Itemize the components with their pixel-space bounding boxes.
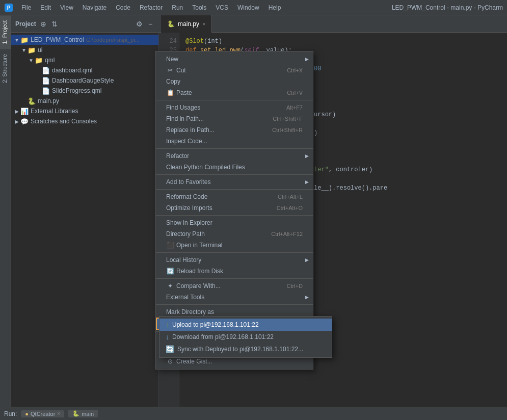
root-path: G:\codepro\raspi_pi... — [86, 37, 140, 43]
menu-run[interactable]: Run — [168, 3, 187, 12]
ctx-paste-shortcut: Ctrl+V — [287, 90, 303, 96]
tree-item-dashboard[interactable]: 📄 dashboard.qml — [11, 65, 158, 75]
run-tab-main[interactable]: 🐍 main — [68, 410, 98, 417]
sep-7 — [156, 278, 313, 279]
ctx-terminal[interactable]: ⬛Open in Terminal — [156, 240, 313, 251]
ctx-compare[interactable]: ✦Compare With... Ctrl+D — [156, 280, 313, 292]
tree-item-slide[interactable]: 📄 SlideProgress.qml — [11, 86, 158, 96]
ctx-reformat-shortcut: Ctrl+Alt+L — [278, 194, 303, 200]
ctx-new-label: New — [166, 56, 178, 63]
tree-item-mainpy[interactable]: 🐍 main.py — [11, 96, 158, 106]
submenu-download[interactable]: ↓ Download from pi@192.168.1.101:22 — [159, 331, 332, 343]
tree-label-gauge: DashboardGaugeStyle — [52, 77, 114, 84]
ctx-find-usages-shortcut: Alt+F7 — [286, 104, 303, 111]
ctx-favorites[interactable]: Add to Favorites — [156, 176, 313, 188]
menu-tools[interactable]: Tools — [188, 3, 210, 12]
qtcreator-close[interactable]: × — [57, 411, 60, 416]
ctx-paste[interactable]: 📋Paste Ctrl+V — [156, 87, 313, 98]
menu-code[interactable]: Code — [112, 3, 135, 12]
menu-view[interactable]: View — [56, 3, 77, 12]
tree-item-extlib[interactable]: ▶ 📊 External Libraries — [11, 106, 158, 116]
ctx-refactor[interactable]: Refactor — [156, 150, 313, 162]
tree-label-ui: ui — [38, 46, 42, 54]
ctx-ext-tools[interactable]: External Tools — [156, 292, 313, 303]
tab-mainpy[interactable]: 🐍 main.py × — [161, 15, 212, 33]
ctx-replace-path[interactable]: Replace in Path... Ctrl+Shift+R — [156, 124, 313, 136]
deployment-submenu: ↑ Upload to pi@192.168.1.101:22 ↓ Downlo… — [159, 316, 332, 358]
ctx-compare-label: Compare With... — [176, 282, 221, 290]
ctx-dir-path-label: Directory Path — [166, 230, 205, 238]
ctx-reformat[interactable]: Reformat Code Ctrl+Alt+L — [156, 191, 313, 202]
sep-1 — [156, 100, 313, 100]
root-label: LED_PWM_Control — [31, 36, 84, 43]
project-label: Project — [15, 20, 36, 28]
run-tab-qtcreator[interactable]: ● QtCreator × — [21, 410, 64, 417]
ctx-find-usages[interactable]: Find Usages Alt+F7 — [156, 102, 313, 113]
ctx-optimize[interactable]: Optimize Imports Ctrl+Alt+O — [156, 202, 313, 214]
ctx-reformat-label: Reformat Code — [166, 193, 207, 200]
tree-label-dashboard: dashboard.qml — [52, 67, 92, 74]
tree-label-scratches: Scratches and Consoles — [31, 118, 97, 125]
ctx-new[interactable]: New — [156, 54, 313, 65]
ctx-reload[interactable]: 🔄Reload from Disk — [156, 266, 313, 277]
menu-bar: File Edit View Navigate Code Refactor Ru… — [17, 3, 392, 12]
tree-item-ui[interactable]: ▼ 📁 ui — [11, 45, 158, 55]
submenu-sync-label: Sync with Deployed to pi@192.168.1.101:2… — [177, 346, 303, 353]
ctx-inspect-label: Inspect Code... — [166, 138, 207, 145]
ctx-local-history-label: Local History — [166, 256, 201, 264]
ctx-show-explorer-label: Show in Explorer — [166, 219, 212, 226]
settings-icon[interactable]: ⚙ — [135, 20, 143, 28]
ctx-reload-label: Reload from Disk — [176, 268, 223, 275]
tree-label-slide: SlideProgress.qml — [52, 87, 101, 94]
ctx-find-usages-label: Find Usages — [166, 104, 200, 111]
menu-edit[interactable]: Edit — [36, 3, 55, 12]
ln-24: 24 — [161, 37, 177, 46]
tab-close-btn[interactable]: × — [202, 21, 205, 27]
ctx-clean[interactable]: Clean Python Compiled Files — [156, 162, 313, 173]
ctx-optimize-shortcut: Ctrl+Alt+O — [277, 205, 303, 211]
ctx-copy[interactable]: Copy — [156, 76, 313, 87]
ctx-mark-dir-label: Mark Directory as — [166, 308, 214, 316]
scope-icon[interactable]: ⊕ — [39, 20, 47, 28]
title-bar: P File Edit View Navigate Code Refactor … — [0, 0, 507, 15]
layout-icon[interactable]: ⇅ — [50, 20, 59, 28]
ctx-cut-label: Cut — [176, 67, 186, 74]
sep-4 — [156, 189, 313, 190]
tab-icon: 🐍 — [167, 20, 175, 28]
ctx-find-path[interactable]: Find in Path... Ctrl+Shift+F — [156, 113, 313, 124]
tree-item-gauge[interactable]: 📄 DashboardGaugeStyle — [11, 75, 158, 86]
side-tab-project[interactable]: 1: Project — [0, 15, 11, 49]
tree-item-qml[interactable]: ▼ 📁 qml — [11, 55, 158, 65]
project-panel: Project ⊕ ⇅ ⚙ − ▼ 📁 LED_PWM_Control G:\c… — [11, 15, 159, 420]
tree-label-extlib: External Libraries — [31, 108, 78, 115]
ctx-dir-path[interactable]: Directory Path Ctrl+Alt+F12 — [156, 228, 313, 240]
minimize-icon[interactable]: − — [146, 20, 154, 28]
submenu-download-label: Download from pi@192.168.1.101:22 — [172, 333, 274, 340]
tree-item-scratches[interactable]: ▶ 💬 Scratches and Consoles — [11, 116, 158, 126]
ctx-ext-tools-label: External Tools — [166, 294, 204, 301]
submenu-sync[interactable]: 🔄 Sync with Deployed to pi@192.168.1.101… — [159, 343, 332, 355]
menu-vcs[interactable]: VCS — [211, 3, 232, 12]
menu-help[interactable]: Help — [264, 3, 285, 12]
menu-refactor[interactable]: Refactor — [136, 3, 167, 12]
menu-file[interactable]: File — [17, 3, 35, 12]
paste-icon: 📋 — [166, 89, 174, 96]
ctx-copy-label: Copy — [166, 78, 180, 85]
sync-icon: 🔄 — [166, 345, 174, 353]
tab-label: main.py — [178, 20, 199, 28]
submenu-upload[interactable]: ↑ Upload to pi@192.168.1.101:22 — [159, 319, 332, 331]
ctx-show-explorer[interactable]: Show in Explorer — [156, 217, 313, 228]
tree-label-mainpy: main.py — [38, 97, 59, 104]
side-tab-structure[interactable]: 2: Structure — [0, 49, 11, 88]
ctx-dir-path-shortcut: Ctrl+Alt+F12 — [271, 231, 303, 237]
menu-navigate[interactable]: Navigate — [78, 3, 111, 12]
sep-2 — [156, 148, 313, 149]
ctx-refactor-label: Refactor — [166, 152, 189, 160]
tree-root[interactable]: ▼ 📁 LED_PWM_Control G:\codepro\raspi_pi.… — [11, 35, 158, 45]
ctx-local-history[interactable]: Local History — [156, 254, 313, 266]
ctx-gist-label: Create Gist... — [176, 358, 212, 365]
ctx-cut[interactable]: ✂Cut Ctrl+X — [156, 65, 313, 76]
ctx-inspect[interactable]: Inspect Code... — [156, 136, 313, 147]
ctx-replace-path-label: Replace in Path... — [166, 126, 215, 134]
menu-window[interactable]: Window — [233, 3, 263, 12]
